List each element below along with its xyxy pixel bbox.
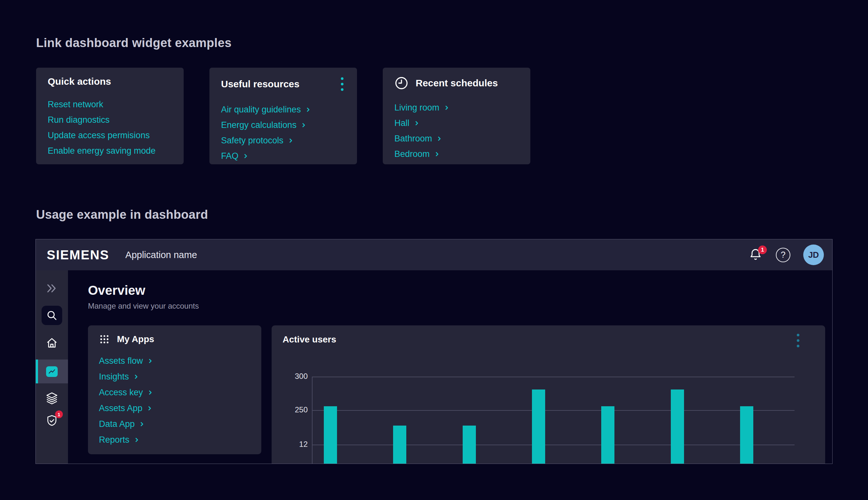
gridline	[312, 410, 795, 411]
link-label: Assets flow	[99, 356, 143, 366]
help-button[interactable]: ?	[776, 248, 790, 262]
dashboard-main: Overview Manage and view your accounts	[68, 270, 832, 464]
chevron-right-icon	[435, 152, 439, 157]
header-actions: 1 ? JD	[748, 245, 824, 265]
sidebar-search-button[interactable]	[42, 306, 62, 325]
link-assets-app[interactable]: Assets App	[99, 404, 152, 413]
widget-examples-row: Quick actions Reset network Run diagnost…	[36, 68, 530, 164]
sidebar: 1	[36, 270, 68, 464]
card-title: My Apps	[117, 334, 154, 344]
chevron-right-icon	[243, 154, 248, 159]
user-avatar[interactable]: JD	[803, 245, 824, 265]
link-label: Bedroom	[395, 149, 430, 159]
link-label: Bathroom	[395, 134, 432, 144]
my-apps-links: Assets flow Insights Access key Assets A…	[99, 353, 250, 448]
application-name: Application name	[125, 250, 197, 260]
usage-section-title: Usage example in dashboard	[36, 208, 208, 221]
sidebar-layers-button[interactable]	[44, 390, 60, 406]
active-indicator	[36, 360, 38, 383]
recent-schedules-links: Living room Hall Bathroom Bedroom	[395, 100, 519, 162]
link-label: Reports	[99, 435, 129, 445]
chart-bar	[532, 389, 545, 464]
dashboard-frame: SIEMENS Application name 1 ? JD	[35, 239, 833, 464]
link-update-access-permissions[interactable]: Update access permisions	[48, 130, 150, 140]
app-header: SIEMENS Application name 1 ? JD	[36, 239, 832, 270]
notifications-button[interactable]: 1	[748, 247, 763, 262]
card-title: Recent schedules	[416, 78, 498, 89]
chart-bar	[463, 425, 476, 464]
link-reset-network[interactable]: Reset network	[48, 100, 103, 110]
y-tick-label: 250	[272, 405, 308, 414]
chevron-right-icon	[139, 422, 144, 427]
search-icon	[45, 309, 58, 322]
chevron-right-icon	[148, 390, 153, 395]
link-hall[interactable]: Hall	[395, 118, 419, 128]
link-label: Data App	[99, 419, 135, 429]
chevron-right-icon	[301, 123, 306, 128]
page-title: Overview	[88, 283, 832, 298]
home-icon	[45, 336, 59, 350]
security-badge: 1	[55, 410, 63, 418]
y-tick-label: 300	[272, 372, 308, 381]
gridline	[312, 445, 795, 445]
chevron-right-icon	[437, 136, 442, 141]
link-living-room[interactable]: Living room	[395, 103, 449, 113]
link-faq[interactable]: FAQ	[221, 151, 248, 161]
kebab-menu-icon[interactable]	[340, 76, 345, 92]
link-label: Living room	[395, 103, 439, 113]
chart-bar	[671, 389, 684, 464]
link-label: Hall	[395, 118, 410, 128]
double-chevron-right-icon	[45, 283, 58, 294]
y-axis-line	[312, 377, 312, 464]
link-label: Safety protocols	[221, 136, 284, 146]
sidebar-analytics-item-active[interactable]	[36, 360, 68, 383]
link-label: Access key	[99, 388, 143, 398]
link-data-app[interactable]: Data App	[99, 419, 144, 429]
sidebar-home-button[interactable]	[44, 336, 60, 351]
link-safety-protocols[interactable]: Safety protocols	[221, 136, 293, 146]
link-run-diagnostics[interactable]: Run diagnostics	[48, 115, 110, 125]
link-bathroom[interactable]: Bathroom	[395, 134, 442, 144]
clock-icon	[395, 76, 409, 90]
useful-resources-links: Air quality guidelines Energy calculatio…	[221, 102, 345, 164]
card-title: Useful resources	[221, 79, 299, 90]
link-air-quality-guidelines[interactable]: Air quality guidelines	[221, 105, 311, 115]
card-title: Quick actions	[48, 76, 111, 87]
page-subtitle: Manage and view your accounts	[88, 302, 832, 310]
link-insights[interactable]: Insights	[99, 372, 139, 382]
link-bedroom[interactable]: Bedroom	[395, 149, 439, 159]
chevron-right-icon	[148, 359, 153, 363]
quick-actions-links: Reset network Run diagnostics Update acc…	[48, 96, 172, 159]
recent-schedules-card: Recent schedules Living room Hall Bathro…	[383, 68, 530, 164]
notification-badge: 1	[758, 246, 767, 254]
link-label: Energy calculations	[221, 120, 296, 130]
chevron-right-icon	[444, 105, 449, 110]
quick-actions-card: Quick actions Reset network Run diagnost…	[36, 68, 184, 164]
useful-resources-card: Useful resources Air quality guidelines …	[209, 68, 357, 164]
chevron-right-icon	[147, 406, 152, 411]
chevron-right-icon	[134, 438, 139, 442]
chart-bar	[324, 406, 337, 464]
link-label: Insights	[99, 372, 129, 382]
trend-chart-icon	[46, 366, 58, 377]
link-assets-flow[interactable]: Assets flow	[99, 356, 153, 366]
y-tick-label: 12	[272, 440, 308, 449]
link-energy-calculations[interactable]: Energy calculations	[221, 120, 306, 130]
link-enable-energy-saving[interactable]: Enable energy saving mode	[48, 146, 156, 156]
siemens-logo: SIEMENS	[47, 248, 109, 262]
sidebar-expand-button[interactable]	[44, 281, 60, 296]
link-access-key[interactable]: Access key	[99, 388, 153, 398]
layers-icon	[45, 391, 59, 405]
question-circle-icon: ?	[776, 248, 790, 262]
my-apps-card: My Apps Assets flow Insights Access key	[88, 326, 261, 454]
link-reports[interactable]: Reports	[99, 435, 139, 445]
chart-bar	[393, 425, 406, 464]
link-label: Air quality guidelines	[221, 105, 301, 115]
gridline	[312, 377, 795, 377]
chart-bar	[740, 406, 753, 464]
active-users-chart: 30025012	[272, 326, 825, 464]
sidebar-security-button[interactable]: 1	[44, 413, 60, 429]
chart-bar	[601, 406, 614, 464]
dashboard-cards-row: My Apps Assets flow Insights Access key	[88, 326, 832, 464]
active-users-card: Active users 30025012	[272, 326, 825, 464]
